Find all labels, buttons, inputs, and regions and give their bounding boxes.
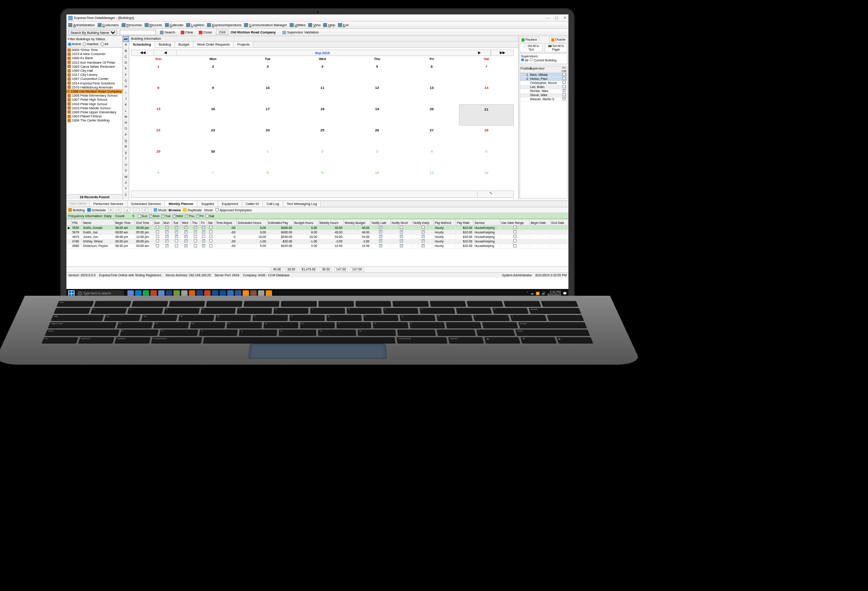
calendar-day[interactable]: 6 — [404, 62, 459, 83]
alpha-l[interactable]: L — [123, 108, 129, 114]
freq-thu[interactable]: Thu — [185, 214, 194, 218]
calendar-day[interactable]: 8 — [240, 168, 295, 189]
calendar-day[interactable]: 17 — [240, 104, 295, 126]
replace-button[interactable]: Replace — [520, 37, 539, 42]
alpha-q[interactable]: Q — [123, 138, 129, 144]
building-list[interactable]: 0000 *Drive Time1015 A New Customer1000 … — [66, 47, 122, 194]
planner-col[interactable]: Begin Time — [114, 219, 135, 226]
alpha-t[interactable]: T — [123, 156, 129, 162]
freq-wed[interactable]: Wed — [173, 214, 183, 218]
freq-sun[interactable]: Sun — [138, 214, 147, 218]
search-input[interactable] — [120, 30, 156, 35]
planner-col[interactable]: Tue — [172, 219, 181, 226]
calendar-day[interactable]: 2 — [186, 62, 240, 83]
calendar-day[interactable]: 26 — [350, 126, 404, 147]
building-row[interactable]: 1005 Ciaoa Italian Resturant — [66, 65, 122, 69]
menu-communication-manager[interactable]: Communication Manager — [244, 23, 287, 27]
alpha-e[interactable]: E — [123, 66, 129, 72]
alpha-r[interactable]: R — [123, 144, 129, 150]
menu-expressinspections[interactable]: ExpressInspections — [207, 23, 241, 27]
menu-exit[interactable]: Exit — [338, 23, 349, 27]
calendar-day[interactable]: 9 — [186, 83, 240, 104]
calendar-day[interactable]: 6 — [131, 168, 186, 189]
calendar-day[interactable]: 23 — [186, 126, 240, 147]
planner-row[interactable]: 6786Shirley, Whest06:00 pm06:00 pm-60-1.… — [67, 239, 568, 244]
calendar-day[interactable]: 22 — [131, 126, 186, 147]
calendar-day[interactable]: 24 — [240, 126, 295, 147]
supervisor-row[interactable]: Richter, Mike — [520, 89, 567, 93]
planner-col[interactable]: Notify Short — [391, 219, 413, 226]
tab-budget[interactable]: Budget — [175, 42, 193, 47]
planner-col[interactable]: Begin Date — [530, 219, 550, 226]
building-row[interactable]: 1568 Old Richton Road Company — [66, 89, 122, 93]
building-row[interactable]: 1007 Petal High School — [66, 98, 122, 102]
planner-col[interactable]: Mon — [162, 219, 172, 226]
planner-col[interactable]: Use Date Range — [500, 219, 529, 226]
alpha-g[interactable]: G — [123, 78, 129, 84]
building-row[interactable]: 0000 *Drive Time — [66, 48, 122, 52]
building-row[interactable]: 1008 Petal Elementary School — [66, 93, 122, 98]
calendar-day[interactable]: 1 — [131, 62, 186, 83]
alpha-b[interactable]: B — [123, 48, 129, 54]
building-row[interactable]: 1017 City Library — [66, 73, 122, 77]
tab-weekly-planner[interactable]: Weekly Planner — [165, 201, 197, 207]
add-button[interactable]: + — [108, 208, 113, 213]
planner-col[interactable]: End Date — [550, 219, 568, 226]
calendar-day[interactable]: 7 — [459, 62, 514, 83]
tab-call-log[interactable]: Call Log — [263, 201, 283, 207]
planner-col[interactable]: Estimated Pay — [267, 219, 293, 226]
supervisor-row[interactable]: Christopher, Moore — [520, 81, 567, 85]
super-radio-current-building[interactable]: Current Building — [530, 58, 556, 62]
building-row[interactable]: 1567 Convention Center — [66, 77, 122, 81]
alpha-a[interactable]: A — [123, 42, 129, 48]
planner-col[interactable]: Wed — [181, 219, 191, 226]
menu-administration[interactable]: Administration — [68, 23, 95, 27]
filter-inactive[interactable]: Inactive — [83, 42, 99, 46]
supervisor-row[interactable]: Lee, Brian — [520, 85, 567, 89]
supervisors-table[interactable]: Position Supervisor On Call 1Bare, Mikal… — [520, 66, 568, 199]
freq-sat[interactable]: Sat — [206, 214, 214, 218]
cal-prev-month[interactable]: ◀ — [154, 51, 177, 55]
calendar-day[interactable]: 21 — [459, 104, 514, 126]
calendar-day[interactable]: 8 — [131, 83, 186, 104]
menu-view[interactable]: View — [308, 23, 320, 27]
set-all-pager-button[interactable]: 📟 Set All to Pager — [544, 43, 568, 52]
building-row[interactable]: 1016 Petal High School — [66, 102, 122, 106]
calendar-day[interactable]: 10 — [350, 168, 404, 189]
minimize-button[interactable]: — — [546, 16, 549, 20]
tab-performed-services[interactable]: Performed Services — [90, 201, 127, 207]
calendar-day[interactable]: 4 — [295, 62, 350, 83]
planner-col[interactable]: Service — [474, 219, 500, 226]
menu-logmein[interactable]: LogMeIn — [186, 23, 204, 27]
planner-col[interactable]: Weekly Hours — [318, 219, 343, 226]
calendar-day[interactable]: 7 — [186, 168, 240, 189]
remove-button[interactable]: − — [116, 208, 121, 213]
tray-up-icon[interactable]: ˄ — [526, 292, 528, 295]
tray-volume-icon[interactable]: 🔊 — [542, 292, 545, 295]
planner-row[interactable]: ▶5555Smith, Donald08:00 am05:00 pm-608.0… — [67, 226, 568, 230]
cancel-edit-button[interactable]: ✕ — [142, 208, 149, 213]
planner-col[interactable]: Notify Early — [413, 219, 434, 226]
calendar-day[interactable]: 28 — [459, 126, 514, 147]
calendar-day[interactable]: 30 — [186, 147, 240, 168]
alpha-v[interactable]: V — [123, 168, 129, 174]
calendar-day[interactable]: 18 — [295, 104, 350, 126]
tab-projects[interactable]: Projects — [234, 42, 253, 47]
menu-utilities[interactable]: Utilities — [290, 23, 305, 27]
alpha-s[interactable]: S — [123, 150, 129, 156]
building-row[interactable]: 1570 Hattiesburg American — [66, 85, 122, 89]
menu-help[interactable]: Help — [323, 23, 335, 27]
confirm-button[interactable]: ✓ — [133, 208, 140, 213]
alpha-i[interactable]: I — [123, 90, 129, 96]
calendar-day[interactable]: 12 — [350, 83, 404, 104]
calendar-day[interactable]: 19 — [350, 104, 404, 126]
calendar-day[interactable]: 4 — [404, 147, 459, 168]
planner-col[interactable]: Notify Late — [371, 219, 390, 226]
building-row[interactable]: 1003 Planet Fitness — [66, 114, 122, 118]
planner-col[interactable]: Scheduled Hours — [236, 219, 267, 226]
approved-checkbox[interactable]: Approved Employees — [216, 208, 252, 212]
tab-equipment[interactable]: Equipment — [218, 201, 242, 207]
menu-customers[interactable]: Customers — [98, 23, 119, 27]
tab-caller-id[interactable]: Caller ID — [242, 201, 263, 207]
search-button[interactable]: Search — [159, 30, 177, 35]
